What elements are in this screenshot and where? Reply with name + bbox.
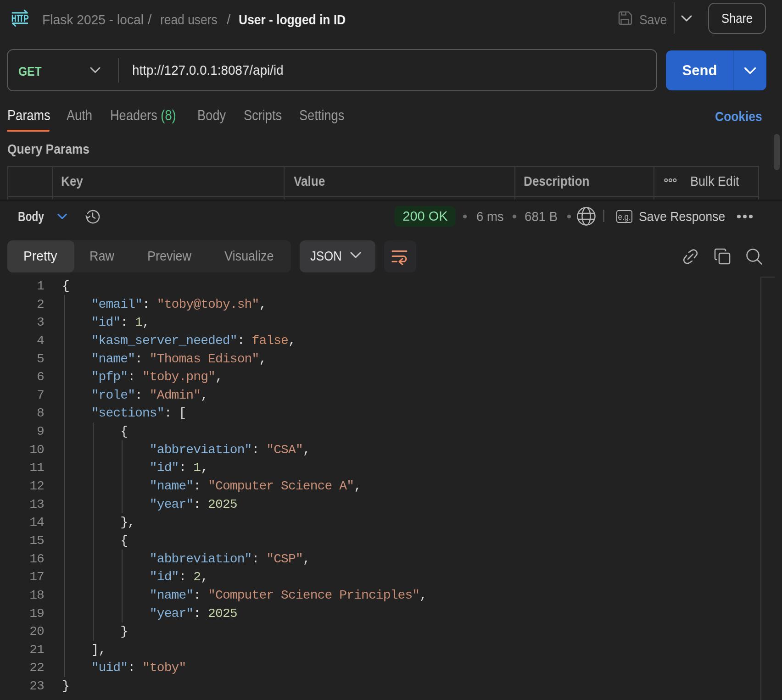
svg-text:e.g.: e.g. [618,212,631,222]
